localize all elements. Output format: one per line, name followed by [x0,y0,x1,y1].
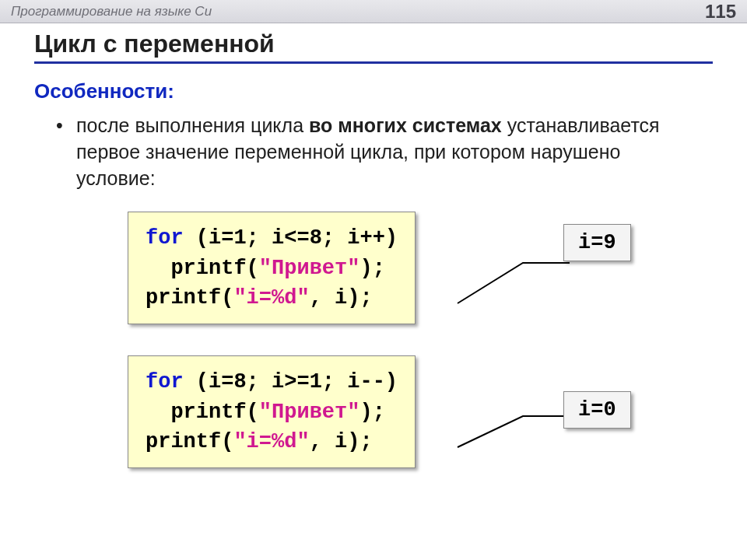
breadcrumb: Программирование на языке Си [11,4,212,19]
code-frag: , i); [310,286,373,310]
header-bar: Программирование на языке Си 115 [0,0,747,23]
page-number: 115 [705,1,736,23]
result-box: i=9 [563,224,631,261]
bullet-text-pre: после выполнения цикла [76,114,309,136]
result-box: i=0 [563,391,631,429]
string-literal: "i=%d" [233,286,309,310]
code-frag: , i); [310,430,373,453]
code-frag: printf( [146,286,233,310]
section-heading: Особенности: [34,79,713,103]
code-cond: (i=1; i<=8; i++) [184,226,398,250]
code-frag: ); [359,257,384,280]
callout-line [453,405,577,452]
code-box: for (i=1; i<=8; i++) printf("Привет"); p… [128,212,416,324]
code-box: for (i=8; i>=1; i--) printf("Привет"); p… [128,355,416,468]
bullet-item: после выполнения цикла во многих система… [76,113,683,191]
bullet-text-bold: во многих системах [309,114,502,136]
code-example-1: for (i=1; i<=8; i++) printf("Привет"); p… [128,212,713,324]
slide-content: Цикл с переменной Особенности: после вып… [0,23,747,468]
string-literal: "Привет" [259,401,360,424]
page-title: Цикл с переменной [34,30,713,64]
keyword-for: for [146,370,184,394]
keyword-for: for [146,226,184,250]
callout-line [453,246,577,308]
string-literal: "i=%d" [233,430,309,453]
string-literal: "Привет" [259,257,360,280]
code-example-2: for (i=8; i>=1; i--) printf("Привет"); p… [128,355,713,468]
code-frag: ); [359,401,384,424]
code-frag: printf( [146,430,233,453]
code-indent: printf( [146,257,259,280]
code-cond: (i=8; i>=1; i--) [184,370,398,394]
code-indent: printf( [146,401,259,424]
